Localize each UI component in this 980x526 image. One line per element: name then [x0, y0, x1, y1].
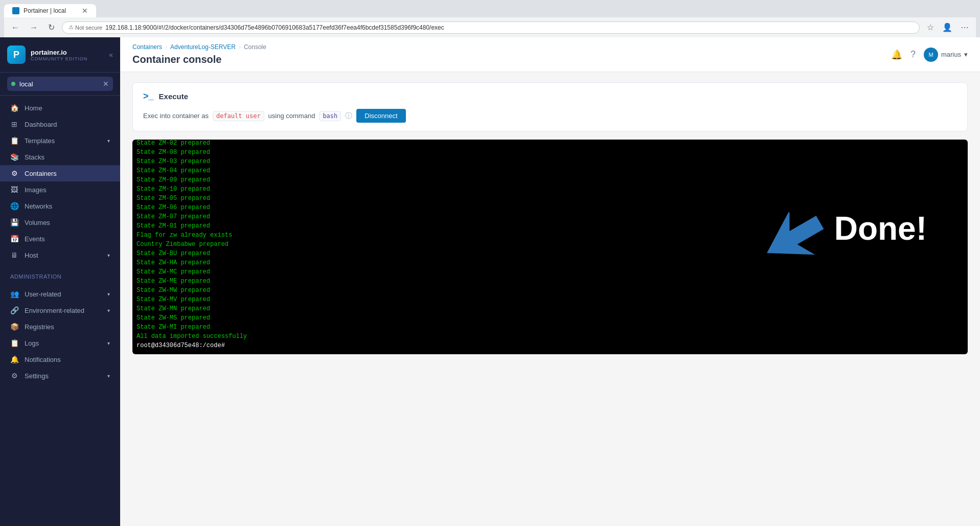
sidebar-item-logs[interactable]: 📋 Logs ▾ [0, 335, 120, 351]
env-section: local ✕ [0, 73, 120, 96]
forward-button[interactable]: → [27, 21, 41, 34]
terminal-line: State ZM-10 prepared [136, 185, 964, 194]
terminal-wrapper: State YE-SN preparedState YE-SH prepared… [132, 140, 968, 354]
sidebar-item-events[interactable]: 📅 Events [0, 231, 120, 247]
header-actions: 🔔 ? M marius ▾ [891, 48, 968, 62]
chevron-down-icon: ▾ [107, 138, 110, 144]
sidebar-item-stacks[interactable]: 📚 Stacks [0, 149, 120, 165]
terminal-line: State ZW-MI prepared [136, 323, 964, 332]
extensions-button[interactable]: ⋯ [958, 20, 972, 34]
logo-sub: COMMUNITY EDITION [31, 56, 87, 61]
sidebar-item-environment-related[interactable]: 🔗 Environment-related ▾ [0, 302, 120, 318]
env-close-button[interactable]: ✕ [103, 80, 109, 88]
sidebar-item-label: Registries [25, 323, 110, 331]
terminal[interactable]: State YE-SN preparedState YE-SH prepared… [132, 140, 968, 354]
sidebar-header: P portainer.io COMMUNITY EDITION « [0, 37, 120, 73]
main-content: Containers › AdventureLog-SERVER › Conso… [120, 37, 980, 526]
settings-icon: ⚙ [10, 372, 18, 380]
user-related-icon: 👥 [10, 290, 18, 298]
page-header: Containers › AdventureLog-SERVER › Conso… [120, 37, 980, 72]
sidebar-item-dashboard[interactable]: ⊞ Dashboard [0, 116, 120, 132]
sidebar-item-settings[interactable]: ⚙ Settings ▾ [0, 368, 120, 384]
terminal-line: State ZW-MV prepared [136, 295, 964, 304]
admin-section-title: Administration [0, 267, 120, 282]
nav-section-main: 🏠 Home ⊞ Dashboard 📋 Templates ▾ 📚 Stack… [0, 96, 120, 267]
back-button[interactable]: ← [8, 21, 22, 34]
terminal-line: Flag for zw already exists [136, 231, 964, 240]
user-menu[interactable]: M marius ▾ [924, 48, 968, 62]
header-left: Containers › AdventureLog-SERVER › Conso… [132, 43, 266, 65]
tab-title: Portainer | local [24, 7, 78, 14]
chevron-down-icon: ▾ [107, 291, 110, 297]
browser-toolbar: ← → ↻ ⚠ Not secure 192.168.1.18:9000/#!/… [4, 17, 976, 37]
address-bar[interactable]: ⚠ Not secure 192.168.1.18:9000/#!/2/dock… [62, 21, 920, 34]
notifications-bell-icon[interactable]: 🔔 [891, 49, 902, 60]
user-chevron-icon: ▾ [964, 51, 968, 58]
notifications-icon: 🔔 [10, 355, 18, 363]
images-icon: 🖼 [10, 186, 18, 194]
sidebar-item-label: Notifications [25, 356, 110, 363]
exec-command-code: bash [319, 111, 341, 121]
reload-button[interactable]: ↻ [45, 21, 58, 34]
browser-tab-portainer[interactable]: Portainer | local ✕ [4, 4, 96, 17]
env-item-local[interactable]: local ✕ [7, 77, 113, 91]
sidebar-item-label: Networks [25, 202, 110, 210]
sidebar: P portainer.io COMMUNITY EDITION « local… [0, 37, 120, 526]
chevron-down-icon: ▾ [107, 340, 110, 346]
containers-icon: ⚙ [10, 169, 18, 177]
sidebar-item-label: Environment-related [25, 307, 101, 314]
sidebar-item-registries[interactable]: 📦 Registries [0, 318, 120, 335]
volumes-icon: 💾 [10, 218, 18, 226]
terminal-line: State ZM-09 prepared [136, 175, 964, 185]
info-icon[interactable]: ⓘ [345, 111, 352, 121]
sidebar-item-label: Logs [25, 339, 101, 347]
bookmark-button[interactable]: ☆ [924, 20, 937, 34]
terminal-line: State ZM-05 prepared [136, 194, 964, 203]
sidebar-item-label: Containers [25, 170, 110, 177]
help-icon[interactable]: ? [910, 49, 916, 60]
breadcrumb-containers[interactable]: Containers [132, 43, 162, 51]
warning-icon: ⚠ [69, 24, 74, 31]
terminal-line: State ZW-MC prepared [136, 267, 964, 277]
terminal-line: State ZM-03 prepared [136, 157, 964, 166]
sidebar-item-networks[interactable]: 🌐 Networks [0, 198, 120, 214]
breadcrumb-current: Console [244, 43, 266, 51]
chevron-down-icon: ▾ [107, 373, 110, 379]
app: P portainer.io COMMUNITY EDITION « local… [0, 37, 980, 526]
home-icon: 🏠 [10, 104, 18, 112]
breadcrumb-sep1: › [165, 43, 167, 51]
avatar: M [924, 48, 938, 62]
sidebar-item-templates[interactable]: 📋 Templates ▾ [0, 132, 120, 149]
browser-chrome: Portainer | local ✕ ← → ↻ ⚠ Not secure 1… [0, 0, 980, 37]
dashboard-icon: ⊞ [10, 120, 18, 128]
sidebar-item-images[interactable]: 🖼 Images [0, 181, 120, 198]
terminal-line: Country Zimbabwe prepared [136, 240, 964, 249]
sidebar-item-volumes[interactable]: 💾 Volumes [0, 214, 120, 231]
breadcrumb-container-name[interactable]: AdventureLog-SERVER [170, 43, 236, 51]
chevron-down-icon: ▾ [107, 308, 110, 313]
logs-icon: 📋 [10, 339, 18, 347]
sidebar-item-home[interactable]: 🏠 Home [0, 100, 120, 116]
sidebar-item-user-related[interactable]: 👥 User-related ▾ [0, 286, 120, 302]
tab-favicon [12, 7, 19, 14]
sidebar-collapse-button[interactable]: « [109, 51, 113, 59]
terminal-line: State ZM-02 prepared [136, 140, 964, 148]
sidebar-logo: P portainer.io COMMUNITY EDITION [7, 45, 87, 64]
sidebar-item-containers[interactable]: ⚙ Containers [0, 165, 120, 181]
templates-icon: 📋 [10, 136, 18, 145]
networks-icon: 🌐 [10, 202, 18, 210]
env-status-dot [11, 82, 15, 86]
registries-icon: 📦 [10, 323, 18, 331]
env-name-label: local [19, 80, 33, 88]
sidebar-item-host[interactable]: 🖥 Host ▾ [0, 247, 120, 263]
content-area: >_ Execute Exec into container as defaul… [120, 72, 980, 526]
tab-close-button[interactable]: ✕ [82, 7, 88, 14]
execute-icon: >_ [143, 91, 154, 102]
disconnect-button[interactable]: Disconnect [356, 109, 405, 123]
sidebar-item-label: User-related [25, 290, 101, 298]
stacks-icon: 📚 [10, 153, 18, 161]
sidebar-item-notifications[interactable]: 🔔 Notifications [0, 351, 120, 368]
username-label: marius [941, 51, 961, 58]
profile-button[interactable]: 👤 [939, 20, 955, 34]
logo-text: portainer.io [31, 49, 87, 56]
